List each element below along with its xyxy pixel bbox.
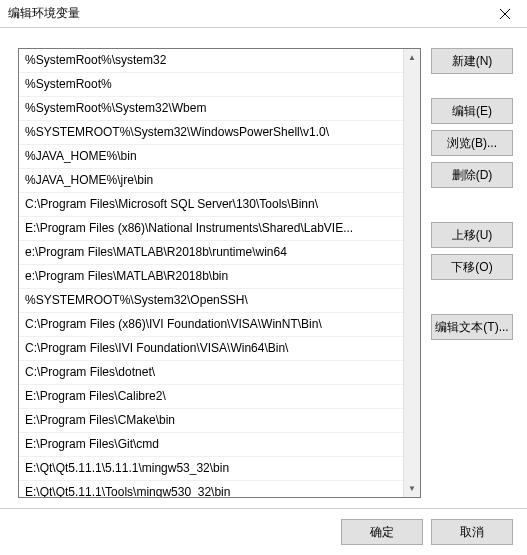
edit-button[interactable]: 编辑(E) bbox=[431, 98, 513, 124]
ok-button[interactable]: 确定 bbox=[341, 519, 423, 545]
list-item[interactable]: %SystemRoot% bbox=[19, 73, 403, 97]
list-item[interactable]: C:\Program Files\IVI Foundation\VISA\Win… bbox=[19, 337, 403, 361]
edit-text-button[interactable]: 编辑文本(T)... bbox=[431, 314, 513, 340]
move-up-button[interactable]: 上移(U) bbox=[431, 222, 513, 248]
move-down-button[interactable]: 下移(O) bbox=[431, 254, 513, 280]
list-item[interactable]: E:\Program Files\CMake\bin bbox=[19, 409, 403, 433]
close-icon bbox=[500, 9, 510, 19]
new-button[interactable]: 新建(N) bbox=[431, 48, 513, 74]
scroll-up-arrow[interactable]: ▲ bbox=[404, 49, 420, 66]
content-area: %SystemRoot%\system32%SystemRoot%%System… bbox=[0, 28, 527, 508]
browse-button[interactable]: 浏览(B)... bbox=[431, 130, 513, 156]
list-item[interactable]: %JAVA_HOME%\bin bbox=[19, 145, 403, 169]
window-title: 编辑环境变量 bbox=[8, 5, 80, 22]
list-item[interactable]: %SYSTEMROOT%\System32\WindowsPowerShell\… bbox=[19, 121, 403, 145]
titlebar: 编辑环境变量 bbox=[0, 0, 527, 28]
cancel-button[interactable]: 取消 bbox=[431, 519, 513, 545]
list-item[interactable]: C:\Program Files\dotnet\ bbox=[19, 361, 403, 385]
list-item[interactable]: %SystemRoot%\System32\Wbem bbox=[19, 97, 403, 121]
button-column: 新建(N) 编辑(E) 浏览(B)... 删除(D) 上移(U) 下移(O) 编… bbox=[431, 48, 513, 498]
list-item[interactable]: e:\Program Files\MATLAB\R2018b\runtime\w… bbox=[19, 241, 403, 265]
list-item[interactable]: %SystemRoot%\system32 bbox=[19, 49, 403, 73]
list-item[interactable]: E:\Program Files\Git\cmd bbox=[19, 433, 403, 457]
list-item[interactable]: e:\Program Files\MATLAB\R2018b\bin bbox=[19, 265, 403, 289]
list-item[interactable]: %JAVA_HOME%\jre\bin bbox=[19, 169, 403, 193]
list-item[interactable]: E:\Qt\Qt5.11.1\Tools\mingw530_32\bin bbox=[19, 481, 403, 497]
list-item[interactable]: %SYSTEMROOT%\System32\OpenSSH\ bbox=[19, 289, 403, 313]
list-item[interactable]: C:\Program Files\Microsoft SQL Server\13… bbox=[19, 193, 403, 217]
delete-button[interactable]: 删除(D) bbox=[431, 162, 513, 188]
footer: 确定 取消 bbox=[0, 508, 527, 555]
path-listbox[interactable]: %SystemRoot%\system32%SystemRoot%%System… bbox=[18, 48, 421, 498]
close-button[interactable] bbox=[482, 0, 527, 28]
list-item[interactable]: E:\Program Files (x86)\National Instrume… bbox=[19, 217, 403, 241]
list-item[interactable]: C:\Program Files (x86)\IVI Foundation\VI… bbox=[19, 313, 403, 337]
scrollbar[interactable]: ▲ ▼ bbox=[403, 49, 420, 497]
list-item[interactable]: E:\Program Files\Calibre2\ bbox=[19, 385, 403, 409]
scroll-down-arrow[interactable]: ▼ bbox=[404, 480, 420, 497]
list-item[interactable]: E:\Qt\Qt5.11.1\5.11.1\mingw53_32\bin bbox=[19, 457, 403, 481]
